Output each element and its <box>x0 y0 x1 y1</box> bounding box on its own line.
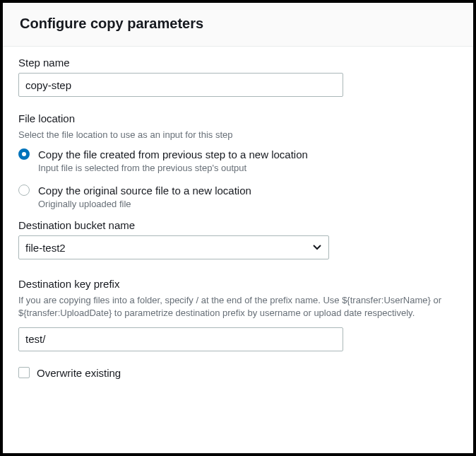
radio-label: Copy the file created from previous step… <box>38 147 458 162</box>
destination-key-prefix-field: Destination key prefix If you are copyin… <box>18 278 458 351</box>
radio-desc: Input file is selected from the previous… <box>38 163 458 173</box>
destination-key-prefix-hint: If you are copying files into a folder, … <box>18 294 449 320</box>
file-location-hint: Select the file location to use as an in… <box>18 129 458 141</box>
file-location-field: File location Select the file location t… <box>18 112 458 209</box>
panel-body: Step name File location Select the file … <box>3 47 473 393</box>
checkbox-box <box>18 367 30 378</box>
overwrite-existing-label: Overwrite existing <box>37 367 121 379</box>
step-name-input[interactable] <box>18 73 343 97</box>
file-location-radio-group: Copy the file created from previous step… <box>18 147 458 209</box>
destination-bucket-field: Destination bucket name file-test2 <box>18 219 458 259</box>
radio-desc: Originally uploaded file <box>38 199 458 209</box>
radio-text: Copy the original source file to a new l… <box>38 183 458 209</box>
radio-copy-original[interactable]: Copy the original source file to a new l… <box>18 183 458 209</box>
destination-bucket-select[interactable]: file-test2 <box>18 235 329 259</box>
destination-key-prefix-label: Destination key prefix <box>18 278 458 290</box>
step-name-field: Step name <box>18 57 458 97</box>
radio-copy-previous-step[interactable]: Copy the file created from previous step… <box>18 147 458 173</box>
destination-bucket-value: file-test2 <box>25 242 66 254</box>
panel-header: Configure copy parameters <box>3 3 473 47</box>
overwrite-existing-checkbox[interactable]: Overwrite existing <box>18 367 458 379</box>
page-title: Configure copy parameters <box>20 16 456 32</box>
radio-indicator-selected <box>18 148 30 160</box>
step-name-label: Step name <box>18 57 458 69</box>
destination-key-prefix-input[interactable] <box>18 327 343 351</box>
file-location-label: File location <box>18 112 458 124</box>
radio-text: Copy the file created from previous step… <box>38 147 458 173</box>
radio-label: Copy the original source file to a new l… <box>38 183 458 198</box>
destination-bucket-label: Destination bucket name <box>18 219 458 231</box>
caret-down-icon <box>313 245 321 250</box>
radio-indicator <box>18 185 30 196</box>
